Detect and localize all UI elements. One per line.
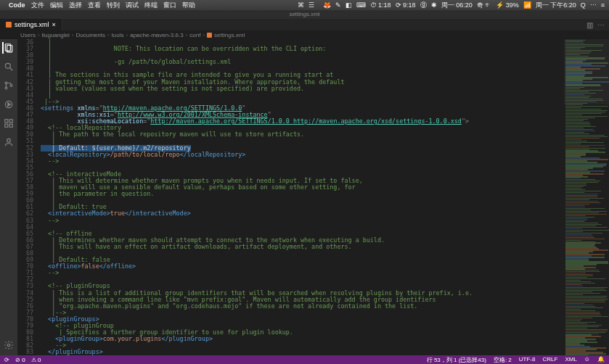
tab-close-icon[interactable]: ×	[52, 21, 56, 28]
split-editor-icon[interactable]: ▥	[586, 21, 593, 29]
code-area[interactable]: | | NOTE: This location can be overridde…	[38, 39, 564, 355]
search-icon[interactable]	[3, 61, 15, 73]
svg-rect-10	[5, 124, 8, 127]
minimap-slider[interactable]	[564, 39, 609, 104]
menu-debug[interactable]: 调试	[126, 1, 139, 10]
code-line[interactable]: | -gs /path/to/global/settings.xml	[41, 59, 564, 65]
code-line[interactable]: | NOTE: This location can be overridden …	[41, 46, 564, 52]
svg-point-2	[5, 63, 10, 68]
breadcrumb-seg-2[interactable]: Documents	[76, 32, 105, 38]
status-indent[interactable]: 空格: 2	[494, 356, 512, 364]
menubar-status-5[interactable]: ◧	[346, 1, 352, 9]
breadcrumb-seg-0[interactable]: Users	[20, 32, 36, 38]
menubar-status-4[interactable]: ✎	[335, 1, 341, 9]
breadcrumb-seg-5[interactable]: conf	[189, 32, 200, 38]
menu-select[interactable]: 选择	[69, 1, 82, 10]
svg-point-4	[5, 82, 7, 84]
menubar-status-12[interactable]: 奇 ᯤ	[477, 1, 492, 10]
extensions-icon[interactable]	[3, 117, 15, 129]
code-line[interactable]: -->	[41, 270, 564, 276]
editor-tabs: settings.xml × ▥ ⋯	[0, 19, 609, 30]
xml-file-icon	[207, 33, 212, 38]
status-bell-icon[interactable]: 🔔	[597, 356, 605, 364]
code-line[interactable]: |	[41, 250, 564, 257]
menu-terminal[interactable]: 终端	[144, 1, 158, 10]
code-line[interactable]: | "org.apache.maven.plugins" and "org.co…	[41, 303, 564, 310]
minimap[interactable]	[564, 39, 609, 355]
status-feedback-icon[interactable]: ☺	[584, 356, 590, 364]
editor[interactable]: 3637383940414243444546474849505152535455…	[17, 39, 609, 355]
menubar-status-6[interactable]: ⌨	[356, 1, 366, 9]
menu-file[interactable]: 文件	[31, 1, 44, 10]
menu-edit[interactable]: 编辑	[50, 1, 63, 10]
breadcrumb[interactable]: Users›liuguanglei›Documents›tools›apache…	[0, 30, 609, 39]
status-language[interactable]: XML	[565, 356, 576, 364]
menu-help[interactable]: 帮助	[182, 1, 195, 10]
status-errors[interactable]: ⊘ 0	[15, 357, 25, 363]
source-control-icon[interactable]	[3, 80, 15, 91]
code-line[interactable]: <interactiveMode>true</interactiveMode>	[41, 210, 564, 217]
code-line[interactable]: | This will have an effect on artifact d…	[41, 244, 564, 250]
code-line[interactable]: -->	[41, 218, 564, 224]
explorer-icon[interactable]	[2, 42, 14, 54]
app-name[interactable]: Code	[9, 1, 25, 9]
status-cursor-pos[interactable]: 行 53，列 1 (已选择43)	[427, 356, 486, 364]
menu-goto[interactable]: 转到	[107, 1, 120, 10]
account-icon[interactable]	[3, 136, 15, 148]
breadcrumb-sep: ›	[126, 32, 128, 38]
menubar-status-18[interactable]: ≡	[601, 1, 605, 9]
breadcrumb-seg-6[interactable]: settings.xml	[214, 32, 245, 38]
breadcrumb-seg-1[interactable]: liuguanglei	[42, 32, 70, 38]
menubar-status-1[interactable]: ☰	[308, 1, 314, 9]
menubar-status-14[interactable]: 📶	[523, 1, 531, 9]
menubar-status-17[interactable]: ⋯	[590, 1, 597, 9]
breadcrumb-sep: ›	[38, 32, 40, 38]
code-line[interactable]	[41, 276, 564, 283]
tab-more-icon[interactable]: ⋯	[597, 21, 605, 29]
code-line[interactable]: |	[41, 197, 564, 204]
menubar-status-7[interactable]: ⏱ 1:18	[370, 1, 391, 9]
debug-icon[interactable]	[3, 99, 15, 110]
menubar-status-0[interactable]: ⌘	[298, 1, 304, 9]
code-line[interactable]: |-->	[41, 310, 564, 316]
menubar-status-11[interactable]: 周一 06:20	[441, 1, 473, 10]
code-line[interactable]: | values (values used when the setting i…	[41, 86, 564, 92]
menubar-status-13[interactable]: ⚡ 39%	[496, 1, 519, 9]
status-warnings[interactable]: ⚠ 0	[31, 357, 41, 363]
code-line[interactable]: -->	[41, 342, 564, 349]
svg-line-3	[10, 68, 13, 71]
svg-point-6	[10, 85, 12, 87]
gear-icon[interactable]	[3, 339, 15, 351]
code-line[interactable]: <pluginGroup>com.your.plugins</pluginGro…	[41, 336, 564, 342]
code-line[interactable]: </pluginGroups>	[41, 349, 564, 355]
activity-bar	[0, 39, 17, 355]
menubar-status-8[interactable]: ⟳ 9:18	[396, 1, 416, 9]
code-line[interactable]	[41, 224, 564, 231]
code-line[interactable]: | the parameter in question.	[41, 191, 564, 197]
tab-label: settings.xml	[15, 21, 49, 28]
breadcrumb-seg-4[interactable]: apache-maven-3.6.3	[130, 32, 183, 38]
breadcrumb-seg-3[interactable]: tools	[112, 32, 124, 38]
menubar-status-10[interactable]: ✱	[431, 1, 437, 9]
status-encoding[interactable]: UTF-8	[519, 356, 536, 364]
window-title: settings.xml	[289, 11, 319, 17]
code-line[interactable]: <localRepository>/path/to/local/repo</lo…	[41, 152, 564, 158]
menubar-status-3[interactable]: 🦊	[323, 1, 331, 9]
status-sync-icon[interactable]: ⟳	[4, 357, 9, 363]
breadcrumb-sep: ›	[107, 32, 110, 38]
menu-window[interactable]: 窗口	[163, 1, 176, 10]
code-line[interactable]: | The path to the local repository maven…	[41, 131, 564, 138]
code-line[interactable]: <offline>false</offline>	[41, 263, 564, 270]
window-titlebar: settings.xml	[0, 10, 609, 19]
status-eol[interactable]: CRLF	[542, 356, 557, 364]
menubar-status-15[interactable]: 周一 下午6:20	[536, 1, 576, 10]
tab-settings-xml[interactable]: settings.xml ×	[0, 19, 62, 30]
menubar-status-16[interactable]: Q	[581, 1, 586, 9]
code-line[interactable]: -->	[41, 158, 564, 165]
code-line[interactable]: |	[41, 92, 564, 99]
svg-rect-12	[9, 120, 12, 123]
breadcrumb-sep: ›	[72, 32, 74, 38]
code-line[interactable]: <pluginGroups>	[41, 316, 564, 323]
menubar-status-9[interactable]: ⓖ	[420, 1, 427, 10]
menu-view[interactable]: 查看	[88, 1, 101, 10]
